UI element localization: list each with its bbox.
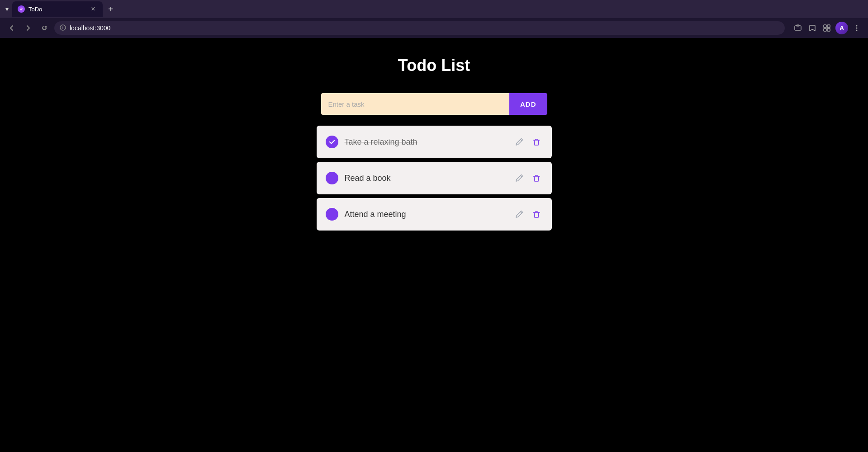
bookmark-button[interactable] [806, 22, 818, 34]
todo-actions-2 [513, 172, 543, 184]
todo-delete-button-3[interactable] [530, 208, 543, 221]
svg-rect-8 [824, 28, 826, 31]
svg-point-12 [856, 30, 858, 31]
address-bar-container[interactable]: localhost:3000 [54, 21, 785, 35]
info-icon [60, 24, 66, 32]
svg-point-10 [856, 25, 858, 27]
tab-bar: ▾ ToDo × + [0, 0, 868, 18]
pencil-icon-3 [515, 210, 524, 219]
browser-chrome: ▾ ToDo × + [0, 0, 868, 38]
tab-favicon [18, 5, 25, 13]
task-input-row: ADD [321, 93, 547, 115]
todo-edit-button-3[interactable] [513, 208, 526, 221]
url-display[interactable]: localhost:3000 [70, 24, 779, 32]
svg-point-11 [856, 28, 858, 29]
tab-close-button[interactable]: × [89, 5, 97, 13]
todo-check-button-1[interactable] [326, 136, 338, 148]
add-task-button[interactable]: ADD [509, 93, 547, 115]
screenshot-button[interactable] [792, 22, 804, 34]
todo-item-1: Take a relaxing bath [317, 126, 552, 158]
todo-check-button-2[interactable] [326, 172, 338, 184]
todo-item-3: Attend a meeting [317, 198, 552, 231]
svg-rect-7 [827, 25, 830, 28]
page-title: Todo List [398, 56, 470, 75]
task-input[interactable] [321, 93, 510, 115]
browser-actions: A [792, 22, 863, 34]
menu-button[interactable] [851, 22, 863, 34]
active-tab[interactable]: ToDo × [12, 1, 103, 17]
todo-actions-1 [513, 136, 543, 148]
todo-delete-button-2[interactable] [530, 172, 543, 184]
new-tab-button[interactable]: + [104, 4, 117, 14]
tab-dropdown-button[interactable]: ▾ [4, 4, 10, 14]
pencil-icon-2 [515, 174, 524, 183]
trash-icon-3 [532, 210, 541, 219]
todo-delete-button-1[interactable] [530, 136, 543, 148]
todo-actions-3 [513, 208, 543, 221]
trash-icon-1 [532, 137, 541, 146]
back-button[interactable] [5, 23, 18, 33]
svg-rect-9 [827, 28, 830, 31]
forward-button[interactable] [22, 23, 34, 33]
trash-icon-2 [532, 174, 541, 183]
tab-title-label: ToDo [28, 6, 85, 13]
todo-check-button-3[interactable] [326, 208, 338, 221]
todo-item-2: Read a book [317, 162, 552, 194]
dropdown-icon: ▾ [5, 5, 9, 13]
app-content: Todo List ADD Take a relaxing bath [0, 38, 868, 231]
todo-edit-button-1[interactable] [513, 136, 526, 148]
todo-text-1: Take a relaxing bath [345, 137, 507, 147]
browser-nav: localhost:3000 [0, 18, 868, 38]
profile-button[interactable]: A [835, 22, 848, 34]
reload-button[interactable] [38, 23, 51, 33]
todo-list: Take a relaxing bath Read a book [317, 126, 552, 231]
svg-rect-6 [824, 25, 826, 28]
todo-edit-button-2[interactable] [513, 172, 526, 184]
svg-point-3 [62, 26, 63, 27]
extensions-button[interactable] [821, 22, 833, 34]
pencil-icon-1 [515, 137, 524, 146]
todo-text-2: Read a book [345, 174, 507, 183]
todo-text-3: Attend a meeting [345, 210, 507, 219]
